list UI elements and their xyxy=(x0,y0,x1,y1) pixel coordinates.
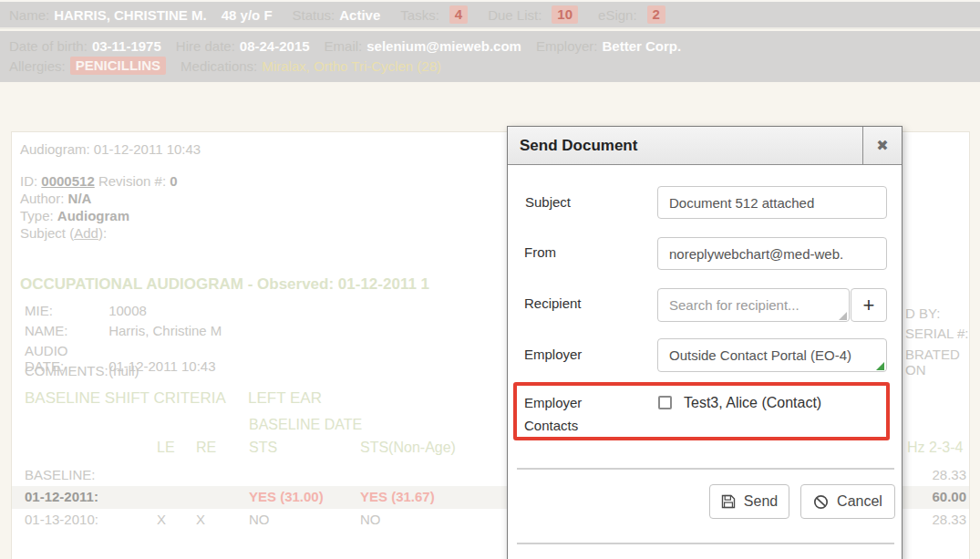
revision-value: 0 xyxy=(170,173,177,189)
mie-value: 10008 xyxy=(108,303,147,318)
patient-header-row1: Name: HARRIS, CHRISTINE M. 48 y/o F Stat… xyxy=(0,0,980,29)
avg-value-3: 28.33 xyxy=(910,512,966,527)
tasks-badge: 4 xyxy=(449,5,468,24)
esign-label: eSign: xyxy=(598,7,637,23)
due-list-badge: 10 xyxy=(552,5,578,24)
dob-label: Date of birth: xyxy=(9,38,88,54)
report-title: OCCUPATIONAL AUDIOGRAM - Observed: 01-12… xyxy=(20,275,429,294)
allergies-medications-row: Allergies: PENICILLINS Medications: Mira… xyxy=(9,57,971,75)
cancel-icon xyxy=(813,494,829,510)
document-header: Audiogram: 01-12-2011 10:43 xyxy=(20,141,201,157)
row-re: X xyxy=(196,512,205,527)
row-le: X xyxy=(157,512,166,527)
send-button[interactable]: Send xyxy=(709,484,789,519)
type-value: Audiogram xyxy=(57,208,129,223)
col-header-le: LE xyxy=(157,440,175,456)
footer-divider-bottom xyxy=(517,543,894,544)
footer-divider-top xyxy=(517,468,894,470)
employer-select[interactable] xyxy=(657,338,887,372)
email-value: selenium@mieweb.com xyxy=(366,38,521,54)
employer-contacts-label: Employer Contacts xyxy=(524,391,582,437)
recipient-field-label: Recipient xyxy=(524,295,582,311)
allergy-badge: PENICILLINS xyxy=(70,57,166,75)
document-id-link: 0000512 xyxy=(41,173,94,189)
save-icon xyxy=(721,494,736,509)
employer-value: Better Corp. xyxy=(602,38,681,54)
recipient-search-input[interactable] xyxy=(657,288,850,322)
hire-date-label: Hire date: xyxy=(176,38,235,54)
subject-add-link: Add xyxy=(74,225,98,241)
revision-label: Revision #: xyxy=(98,173,166,189)
email-label: Email: xyxy=(325,38,363,54)
row-sts-nonage: YES (31.67) xyxy=(360,489,435,504)
resize-handle-green-icon xyxy=(876,362,884,370)
field-row-name: NAME: Harris, Christine M xyxy=(25,323,222,338)
document-id-line: ID: 0000512 Revision #: 0 xyxy=(20,172,178,190)
cancel-button[interactable]: Cancel xyxy=(800,484,895,519)
modal-header: Send Document ✖ xyxy=(508,127,902,165)
subject-label: Subject ( xyxy=(20,225,74,241)
baseline-section-title: BASELINE SHIFT CRITERIA xyxy=(25,389,226,408)
col-header-re: RE xyxy=(196,440,216,456)
from-input[interactable] xyxy=(657,237,887,270)
add-recipient-button[interactable]: + xyxy=(851,288,887,322)
screen: Name: HARRIS, CHRISTINE M. 48 y/o F Stat… xyxy=(0,0,980,559)
author-value: N/A xyxy=(68,191,92,206)
id-label: ID: xyxy=(20,173,37,189)
avg-value-2: 60.00 xyxy=(910,489,966,504)
employer-contacts-label-line1: Employer xyxy=(524,391,582,414)
contact-option-label[interactable]: Test3, Alice (Contact) xyxy=(684,395,821,411)
resize-handle-icon xyxy=(839,312,847,320)
send-document-modal: Send Document ✖ Subject From Recipient +… xyxy=(507,126,903,559)
name-field-value: Harris, Christine M xyxy=(108,323,222,338)
document-meta: ID: 0000512 Revision #: 0 Author: N/A Ty… xyxy=(20,172,178,242)
document-subject-line: Subject (Add): xyxy=(20,224,178,242)
plus-icon: + xyxy=(863,294,875,317)
subject-field-label: Subject xyxy=(525,194,571,210)
employer-field-label: Employer xyxy=(524,347,582,362)
fragment-tested-by: D BY: xyxy=(905,305,940,321)
name-field-label: NAME: xyxy=(25,323,105,338)
contact-checkbox[interactable] xyxy=(658,396,672,409)
document-type-line: Type: Audiogram xyxy=(20,207,178,224)
status-value: Active xyxy=(339,7,380,23)
close-icon: ✖ xyxy=(876,137,888,154)
from-field-label: From xyxy=(524,244,556,260)
row-date: BASELINE: xyxy=(25,467,96,482)
col-header-sts: STS xyxy=(249,440,277,456)
author-label: Author: xyxy=(20,191,64,206)
left-ear-title: LEFT EAR xyxy=(248,389,322,408)
esign-badge: 2 xyxy=(647,5,665,24)
col-header-hz: Hz 2-3-4 xyxy=(907,440,963,456)
hire-date-value: 08-24-2015 xyxy=(240,38,310,54)
close-button[interactable]: ✖ xyxy=(862,127,902,165)
patient-name: HARRIS, CHRISTINE M. xyxy=(54,7,207,23)
send-button-label: Send xyxy=(744,493,778,510)
document-author-line: Author: N/A xyxy=(20,190,178,207)
name-label: Name: xyxy=(9,7,49,23)
patient-header-row2: Date of birth: 03-11-1975 Hire date: 08-… xyxy=(0,31,980,82)
row-date: 01-13-2010: xyxy=(25,512,98,527)
avg-value-1: 28.33 xyxy=(910,467,966,482)
fragment-calibrated: BRATED ON xyxy=(905,347,980,378)
type-label: Type: xyxy=(20,208,54,223)
employer-contacts-label-line2: Contacts xyxy=(524,414,582,437)
cancel-button-label: Cancel xyxy=(837,493,882,510)
comments-value: (null) xyxy=(108,363,139,378)
col-header-sts-nonage: STS(Non-Age) xyxy=(360,440,456,456)
dob-value: 03-11-1975 xyxy=(92,38,161,54)
comments-label: COMMENTS: xyxy=(25,363,105,378)
demographics-row: Date of birth: 03-11-1975 Hire date: 08-… xyxy=(9,38,971,54)
subject-input[interactable] xyxy=(657,186,887,219)
medications-label: Medications: xyxy=(181,58,257,74)
due-list-label: Due List: xyxy=(488,7,542,23)
row-sts-nonage: NO xyxy=(360,512,381,527)
field-row-comments: COMMENTS: (null) xyxy=(25,363,139,378)
modal-title: Send Document xyxy=(508,137,862,155)
field-row-mie: MIE: 10008 xyxy=(25,303,147,318)
baseline-date-header: BASELINE DATE xyxy=(249,417,362,433)
medications-value: Miralax, Ortho Tri-Cyclen (28) xyxy=(262,58,441,74)
patient-age-sex: 48 y/o F xyxy=(222,7,273,23)
employer-label: Employer: xyxy=(536,38,598,54)
mie-label: MIE: xyxy=(25,303,105,318)
